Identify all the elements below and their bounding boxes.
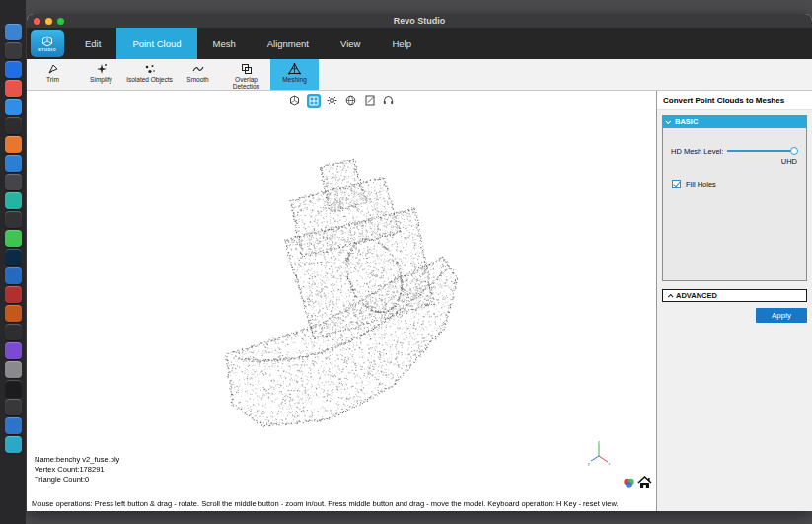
basic-section-label: BASIC [675,117,698,126]
tool-label: Isolated Objects [126,76,173,83]
dock-icon-messages-teal[interactable] [5,192,22,209]
dock-icon-app-blue-2[interactable] [5,267,22,284]
dock-icon-app-dark-4[interactable] [5,211,22,228]
dock-icon-app-dark-1[interactable] [5,42,22,59]
tool-simplify[interactable]: Simplify [77,59,125,90]
panel-body: BASIC HD Mesh Level: UHD Fill Holes [657,110,812,329]
basic-section-body: HD Mesh Level: UHD Fill Holes [662,128,807,281]
dock-icon-photoshop[interactable] [5,249,22,265]
dock-icon-app-dark-6[interactable] [5,399,22,415]
tab-alignment[interactable]: Alignment [252,28,325,59]
rgb-color-icon[interactable] [623,476,635,493]
gear-icon[interactable] [326,94,339,108]
dock-icon-app-teal[interactable] [5,436,22,453]
fill-holes-label: Fill Holes [686,180,716,188]
svg-text:z: z [598,440,600,444]
hd-mesh-level-label: HD Mesh Level: [671,147,723,156]
advanced-section-label: ADVANCED [676,291,717,300]
tool-ribbon: Trim Simplify Isolated Objects Smooth Ov… [27,59,812,91]
tab-mesh[interactable]: Mesh [197,28,252,59]
dock-icon-app-red[interactable] [5,286,22,303]
dock-icon-browser-orange[interactable] [5,136,22,153]
note-icon[interactable] [363,94,377,108]
app-window: Revo Studio STUDIO Edit Point Cloud Mesh… [27,14,812,511]
point-cloud-canvas[interactable] [27,110,656,511]
simplify-icon [96,62,108,76]
tool-meshing[interactable]: Meshing [270,59,319,90]
tool-label: Simplify [90,76,112,83]
basic-section-header[interactable]: BASIC [662,115,807,128]
smooth-icon [192,62,204,76]
meshing-icon [288,62,301,76]
advanced-section-header[interactable]: ADVANCED [662,289,807,302]
content: Name:benchy v2_fuse.ply Vertex Count:178… [27,91,812,511]
hd-mesh-level-row: HD Mesh Level: [671,146,798,156]
tool-trim[interactable]: Trim [29,59,77,90]
slider-track [727,150,795,152]
svg-text:x: x [609,461,611,466]
close-window-button[interactable] [34,18,40,25]
model-name: Name:benchy v2_fuse.ply [35,455,119,465]
dock-icon-illustrator-orange[interactable] [5,305,22,322]
zoom-window-button[interactable] [57,18,64,25]
dock-icon-app-purple[interactable] [5,342,22,359]
home-view-icon[interactable] [637,476,652,493]
apply-button[interactable]: Apply [756,308,807,323]
trim-icon [47,62,59,76]
app-logo: STUDIO [31,30,64,57]
tool-label: Overlap Detection [222,76,270,90]
tool-label: Smooth [186,76,208,83]
apply-row: Apply [662,308,807,323]
viewport-toolbar [27,91,656,110]
tab-edit[interactable]: Edit [69,28,116,59]
fill-holes-checkbox[interactable] [672,180,681,188]
slider-knob[interactable] [790,147,798,155]
dock-icon-finder[interactable] [5,24,22,40]
fill-holes-row[interactable]: Fill Holes [671,180,798,188]
grid-icon[interactable] [307,94,321,108]
app-logo-label: STUDIO [38,47,56,52]
window-title: Revo Studio [27,16,812,26]
tool-label: Meshing [282,76,307,83]
traffic-lights [34,18,64,25]
hd-mesh-level-slider[interactable] [727,146,798,156]
status-bar: Mouse operations: Press left button & dr… [32,499,623,508]
tool-isolated-objects[interactable]: Isolated Objects [125,59,174,90]
dock-icon-app-dark-2[interactable] [5,117,22,134]
minimize-window-button[interactable] [45,18,52,25]
tool-smooth[interactable]: Smooth [174,59,222,90]
dock-icon-app-blue-3[interactable] [5,417,22,434]
dock-icon-app-dark-5[interactable] [5,324,22,340]
titlebar: Revo Studio [27,14,812,28]
overlap-detection-icon [241,62,253,76]
svg-text:y: y [588,461,590,466]
dock-icon-mail[interactable] [5,61,22,78]
model-info: Name:benchy v2_fuse.ply Vertex Count:178… [35,455,119,485]
tool-label: Trim [46,76,59,83]
headset-icon[interactable] [382,94,396,108]
triangle-count: Triangle Count:0 [35,475,119,485]
box-icon[interactable] [288,94,302,108]
viewport: Name:benchy v2_fuse.ply Vertex Count:178… [27,91,656,511]
axis-gizmo-icon: z x y [587,440,611,470]
dock-icon-app-gray[interactable] [5,361,22,378]
globe-icon[interactable] [344,94,358,108]
isolated-objects-icon [144,62,156,76]
dock-icon-photos[interactable] [5,80,22,97]
main-tabs: Edit Point Cloud Mesh Alignment View Hel… [69,28,427,59]
dock-icon-safari[interactable] [5,99,22,115]
dock-icon-camera-black[interactable] [5,380,22,397]
menu-bar: STUDIO Edit Point Cloud Mesh Alignment V… [27,28,812,59]
dock [0,0,26,524]
viewport-corner-icons [623,476,652,493]
dock-icon-app-dark-3[interactable] [5,174,22,190]
tab-point-cloud[interactable]: Point Cloud [116,28,196,59]
vertex-count: Vertex Count:178291 [35,465,119,475]
tab-help[interactable]: Help [376,28,427,59]
chevron-down-icon [665,118,671,124]
tool-overlap-detection[interactable]: Overlap Detection [222,59,270,90]
dock-icon-whatsapp-green[interactable] [5,230,22,247]
tab-view[interactable]: View [325,28,376,59]
dock-icon-app-blue-1[interactable] [5,155,22,172]
right-panel: Convert Point Clouds to Meshes BASIC HD … [656,91,812,511]
